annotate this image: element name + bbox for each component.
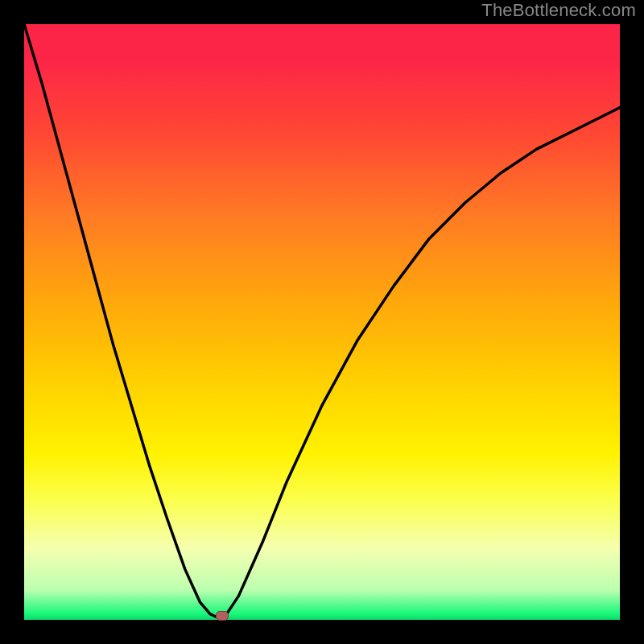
watermark-text: TheBottleneck.com — [481, 0, 636, 21]
chart-wrap: TheBottleneck.com — [0, 0, 644, 644]
minimum-marker — [216, 611, 229, 621]
bottleneck-curve — [24, 24, 620, 620]
plot-area — [24, 24, 620, 620]
